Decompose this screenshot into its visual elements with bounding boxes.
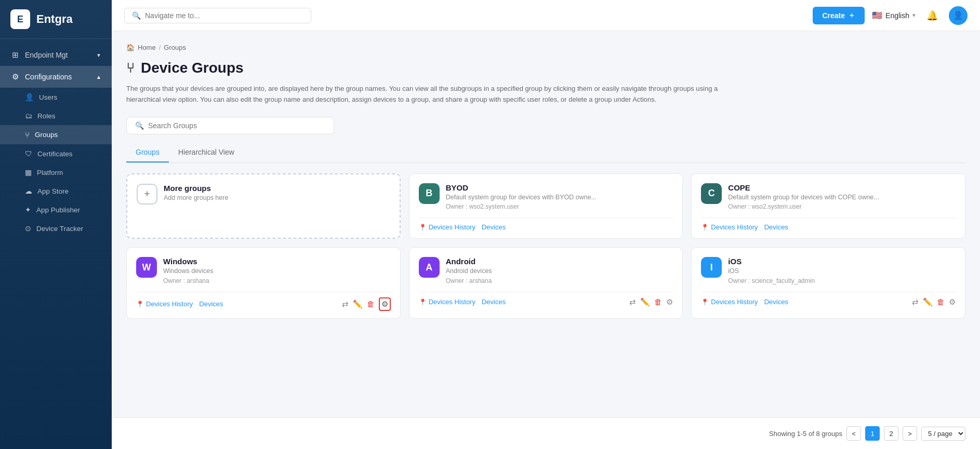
user-avatar[interactable]: 👤 xyxy=(949,6,968,25)
android-edit-icon[interactable]: ✏️ xyxy=(640,297,650,307)
platform-label: Platform xyxy=(37,169,63,176)
notifications-button[interactable]: 🔔 xyxy=(923,6,942,25)
android-devices-link[interactable]: Devices xyxy=(482,298,506,306)
logo-text: Entgra xyxy=(36,12,73,26)
windows-settings-icon[interactable]: ⚙ xyxy=(379,297,391,311)
group-card-more-groups[interactable]: + More groups Add more groups here xyxy=(126,173,401,239)
windows-footer: 📍 Devices History Devices ⇄ ✏️ 🗑 ⚙ xyxy=(136,292,391,311)
app-publisher-icon: ✦ xyxy=(25,206,31,214)
ios-devices-link[interactable]: Devices xyxy=(764,298,788,306)
create-button[interactable]: Create ＋ xyxy=(813,7,865,24)
card-header-more-groups: + More groups Add more groups here xyxy=(137,184,390,205)
sidebar-item-roles[interactable]: 🗂 Roles xyxy=(0,106,112,125)
ios-edit-icon[interactable]: ✏️ xyxy=(923,297,933,307)
sidebar-item-device-tracker[interactable]: ⊙ Device Tracker xyxy=(0,219,112,238)
logo-icon: E xyxy=(10,9,30,29)
sidebar-item-configurations[interactable]: ⚙ Configurations ▲ xyxy=(0,66,112,88)
language-selector[interactable]: 🇺🇸 English ▾ xyxy=(872,10,916,20)
byod-icon: B xyxy=(419,183,440,204)
breadcrumb: 🏠 Home / Groups xyxy=(126,44,965,51)
groups-search-bar[interactable]: 🔍 xyxy=(126,117,334,134)
sidebar-item-users[interactable]: 👤 Users xyxy=(0,88,112,106)
windows-share-icon[interactable]: ⇄ xyxy=(342,300,349,309)
flag-icon: 🇺🇸 xyxy=(872,10,882,20)
sidebar-item-app-store[interactable]: ☁ App Store xyxy=(0,182,112,200)
sidebar-item-app-publisher[interactable]: ✦ App Publisher xyxy=(0,200,112,219)
prev-page-button[interactable]: < xyxy=(846,426,861,441)
groups-search-input[interactable] xyxy=(148,121,325,130)
group-card-windows: W Windows Windows devices Owner : arshan… xyxy=(126,247,401,319)
groups-icon: ⑂ xyxy=(25,130,30,139)
search-nav-input[interactable] xyxy=(145,11,303,20)
android-icon: A xyxy=(419,257,440,278)
ios-share-icon[interactable]: ⇄ xyxy=(912,297,919,307)
cope-desc: Default system group for devices with CO… xyxy=(728,193,879,202)
android-owner: Owner : arshana xyxy=(446,277,492,284)
windows-edit-icon[interactable]: ✏️ xyxy=(353,300,363,309)
sidebar-item-endpoint-mgt[interactable]: ⊞ Endpoint Mgt ▼ xyxy=(0,44,112,66)
group-card-byod: B BYOD Default system group for devices … xyxy=(409,173,683,239)
byod-devices-link[interactable]: Devices xyxy=(482,223,506,231)
sidebar-item-certificates[interactable]: 🛡 Certificates xyxy=(0,144,112,163)
ios-settings-icon[interactable]: ⚙ xyxy=(949,297,956,307)
android-devices-history-link[interactable]: 📍 Devices History xyxy=(419,298,475,306)
page-title-text: Device Groups xyxy=(141,60,244,76)
windows-desc: Windows devices xyxy=(163,267,214,276)
next-page-button[interactable]: > xyxy=(903,426,917,441)
ios-owner: Owner : science_faculty_admin xyxy=(728,277,815,284)
android-share-icon[interactable]: ⇄ xyxy=(629,297,636,307)
pagination-bar: Showing 1-5 of 8 groups < 1 2 > 5 / page xyxy=(112,417,980,449)
group-card-ios: I iOS iOS Owner : science_faculty_admin … xyxy=(691,247,965,319)
search-icon: 🔍 xyxy=(135,121,144,130)
cope-devices-history-link[interactable]: 📍 Devices History xyxy=(701,223,758,231)
byod-loc-icon: 📍 xyxy=(419,224,427,231)
page-title: ⑂ Device Groups xyxy=(126,60,965,76)
platform-icon: ▦ xyxy=(25,168,32,176)
page-1-button[interactable]: 1 xyxy=(865,426,880,441)
android-delete-icon[interactable]: 🗑 xyxy=(654,297,662,306)
language-label: English xyxy=(885,11,909,20)
tab-hierarchical-view[interactable]: Hierarchical View xyxy=(169,143,244,162)
byod-devices-history-link[interactable]: 📍 Devices History xyxy=(419,223,475,231)
sidebar-menu: ⊞ Endpoint Mgt ▼ ⚙ Configurations ▲ 👤 Us… xyxy=(0,39,112,449)
tab-groups[interactable]: Groups xyxy=(126,143,169,162)
ios-devices-history-link[interactable]: 📍 Devices History xyxy=(701,298,758,306)
endpoint-mgt-icon: ⊞ xyxy=(10,50,20,60)
sidebar-logo[interactable]: E Entgra xyxy=(0,0,112,39)
home-icon: 🏠 xyxy=(126,44,135,51)
sidebar-item-groups[interactable]: ⑂ Groups xyxy=(0,125,112,144)
certificates-label: Certificates xyxy=(37,150,73,158)
breadcrumb-sep: / xyxy=(159,44,161,51)
configurations-label: Configurations xyxy=(25,73,72,81)
cope-loc-icon: 📍 xyxy=(701,224,709,231)
endpoint-mgt-arrow: ▼ xyxy=(96,52,101,58)
windows-delete-icon[interactable]: 🗑 xyxy=(367,300,375,308)
page-2-button[interactable]: 2 xyxy=(884,426,898,441)
windows-devices-history-link[interactable]: 📍 Devices History xyxy=(136,300,193,308)
users-icon: 👤 xyxy=(25,93,34,101)
endpoint-mgt-label: Endpoint Mgt xyxy=(25,51,68,59)
cope-title: COPE xyxy=(728,183,879,192)
android-settings-icon[interactable]: ⚙ xyxy=(666,297,673,307)
card-header-cope: C COPE Default system group for devices … xyxy=(701,183,956,211)
windows-devices-link[interactable]: Devices xyxy=(199,300,223,308)
ios-delete-icon[interactable]: 🗑 xyxy=(937,297,945,306)
cope-devices-link[interactable]: Devices xyxy=(764,223,788,231)
lang-chevron-icon: ▾ xyxy=(912,12,916,19)
android-footer: 📍 Devices History Devices ⇄ ✏️ 🗑 ⚙ xyxy=(419,292,673,307)
android-actions: ⇄ ✏️ 🗑 ⚙ xyxy=(629,297,673,307)
more-groups-icon: + xyxy=(137,184,157,205)
per-page-select[interactable]: 5 / page xyxy=(921,427,965,441)
windows-loc-icon: 📍 xyxy=(136,301,144,308)
roles-label: Roles xyxy=(37,112,56,120)
sidebar-item-platform[interactable]: ▦ Platform xyxy=(0,163,112,182)
page-title-icon: ⑂ xyxy=(126,60,135,76)
breadcrumb-home[interactable]: Home xyxy=(138,44,156,51)
windows-owner: Owner : arshana xyxy=(163,277,214,284)
pagination-summary: Showing 1-5 of 8 groups xyxy=(769,430,842,438)
card-header-android: A Android Android devices Owner : arshan… xyxy=(419,257,673,284)
create-label: Create xyxy=(822,11,845,20)
search-nav[interactable]: 🔍 xyxy=(124,8,311,23)
page-description: The groups that your devices are grouped… xyxy=(126,84,750,105)
cope-footer: 📍 Devices History Devices xyxy=(701,217,956,231)
